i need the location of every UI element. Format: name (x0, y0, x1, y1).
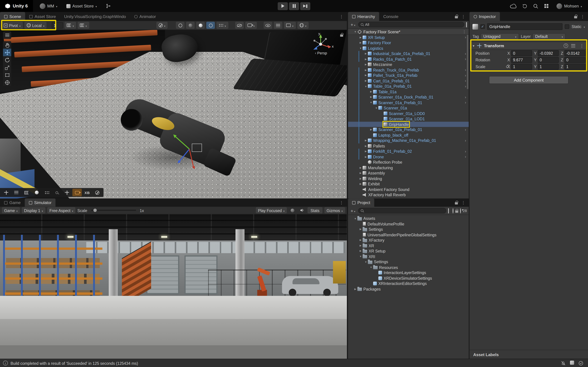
play-button[interactable] (278, 2, 288, 10)
expand-arrow-icon[interactable]: ▶ (358, 41, 363, 44)
hierarchy-row[interactable]: ▶ Manufacturing (348, 165, 469, 170)
x-value-field[interactable]: 0 (511, 50, 532, 56)
project-tree[interactable]: ▼ Assets DefaultVolumeProfile ▶ (348, 215, 469, 359)
project-row[interactable]: ▶ Packages (348, 286, 469, 292)
tab-game[interactable]: Game (0, 199, 25, 207)
camera-view-dropdown[interactable] (245, 22, 257, 29)
expand-arrow-icon[interactable]: ▶ (364, 150, 368, 153)
favorites-icon[interactable] (453, 209, 453, 213)
play-focused-dropdown[interactable]: Play Focused (256, 207, 287, 213)
y-value-field[interactable]: -0.0392 (538, 50, 559, 56)
tab-project[interactable]: Project (348, 199, 374, 207)
rect-tool[interactable] (3, 71, 11, 79)
expand-arrow-icon[interactable]: ▶ (358, 228, 363, 231)
hierarchy-row[interactable]: ▶ Welding (348, 176, 469, 181)
project-row[interactable]: ▼ XRI (348, 254, 469, 259)
level-icon[interactable] (12, 189, 21, 196)
prefab-open-chevron[interactable]: › (465, 100, 469, 104)
panel-menu-icon[interactable] (579, 14, 586, 19)
expand-arrow-icon[interactable]: ▶ (358, 177, 363, 180)
lock-icon[interactable] (455, 16, 458, 18)
object-name-field[interactable] (487, 23, 563, 30)
hierarchy-row[interactable]: XFactory Hall Reverb (348, 192, 469, 198)
y-value-field[interactable]: 0 (538, 57, 559, 63)
hierarchy-row[interactable]: ▶ Scanner_01a_Dock_Prefab_01 › (348, 94, 469, 100)
project-row[interactable]: ▼ Assets (348, 216, 469, 221)
prefab-open-chevron[interactable]: › (465, 155, 469, 159)
lock-icon[interactable] (574, 16, 577, 18)
version-control-branch-icon[interactable] (104, 2, 113, 10)
magnifier-icon[interactable] (52, 189, 61, 196)
expand-arrow-icon[interactable]: ▼ (353, 30, 357, 33)
hierarchy-row[interactable]: ▶ Drone › (348, 154, 469, 159)
z-value-field[interactable]: 0 (564, 57, 585, 63)
hierarchy-row[interactable]: ▼ Scanner_01a (348, 105, 469, 111)
expand-arrow-icon[interactable]: ▼ (369, 101, 373, 104)
project-row[interactable]: ▶ XFactory (348, 237, 469, 243)
prefab-open-chevron[interactable]: › (465, 84, 469, 88)
search-icon[interactable] (533, 3, 539, 9)
expand-arrow-icon[interactable]: ▶ (358, 183, 363, 185)
mute-audio-button[interactable] (298, 207, 306, 213)
tab-simulator[interactable]: Simulator (25, 199, 56, 207)
expand-arrow-icon[interactable]: ▶ (364, 79, 368, 83)
expand-arrow-icon[interactable]: ▶ (364, 155, 368, 158)
effects-dropdown[interactable] (216, 22, 228, 29)
prefab-open-chevron[interactable]: ⋮ (462, 30, 469, 34)
handle-orientation-dropdown[interactable]: Local (24, 22, 47, 29)
hierarchy-row[interactable]: Ambient Factory Sound (348, 187, 469, 192)
hierarchy-row[interactable]: ▶ Industrial_Scale_01a_Prefab_01 › (348, 51, 469, 56)
lighting-toggle[interactable] (196, 22, 205, 29)
help-icon[interactable] (564, 43, 568, 48)
grid-visibility-dropdown[interactable] (78, 22, 89, 29)
scene-effects-toggle[interactable] (206, 22, 215, 29)
static-checkbox[interactable] (565, 24, 569, 29)
active-checkbox[interactable] (480, 24, 485, 29)
prefab-open-chevron[interactable]: › (465, 149, 469, 153)
tab-console[interactable]: Console (379, 12, 402, 21)
expand-arrow-icon[interactable]: ▶ (353, 287, 357, 291)
hierarchy-row[interactable]: ▶ Scanner_02a_Prefab_01 › (348, 127, 469, 132)
user-menu[interactable]: Mohsen (554, 2, 584, 10)
panel-menu-icon[interactable] (460, 14, 467, 19)
panel-menu-icon[interactable] (338, 200, 345, 205)
gizmo-move-icon[interactable] (62, 189, 72, 196)
render-mode-dropdown[interactable] (284, 22, 296, 29)
expand-arrow-icon[interactable]: ▼ (364, 260, 368, 263)
hierarchy-tree[interactable]: ▼ Factory Floor Scene* ⋮ ▶ XR Setup › ▶ (348, 29, 469, 199)
tab-hierarchy[interactable]: Hierarchy (348, 12, 379, 21)
lock-icon[interactable] (455, 202, 458, 204)
orientation-gizmo[interactable]: y x Persp (306, 33, 336, 60)
project-row[interactable]: InteractionLayerSettings (348, 270, 469, 275)
hierarchy-row[interactable]: Laptop_black_off (348, 132, 469, 138)
game-viewport[interactable] (0, 214, 347, 359)
notifications-muted-icon[interactable] (561, 360, 566, 366)
hierarchy-row[interactable]: Scanner_01a_LOD0 (348, 111, 469, 116)
compass-icon[interactable] (93, 189, 102, 196)
expand-arrow-icon[interactable]: ▼ (364, 85, 368, 87)
tab-visual-scripting[interactable]: Unity.VisualScripting.GraphWindo (60, 12, 130, 21)
game-view-mode-dropdown[interactable]: Game (2, 207, 20, 213)
expand-arrow-icon[interactable]: ▼ (369, 266, 373, 268)
expand-arrow-icon[interactable]: ▶ (369, 96, 373, 99)
filter-by-type-icon[interactable] (448, 209, 449, 213)
hierarchy-row[interactable]: ▶ Wrapping_Machine_01a_Prefab_01 › (348, 138, 469, 143)
tab-animator[interactable]: Animator (130, 12, 160, 21)
sphere-overlay-icon[interactable] (32, 189, 41, 196)
hierarchy-row[interactable]: ▼ Table_01a_Prefab_01 › (348, 83, 469, 89)
hierarchy-row[interactable]: ▶ Reach_Truck_01a_Prefab › (348, 67, 469, 73)
panel-menu-icon[interactable] (338, 14, 345, 19)
step-button[interactable] (300, 2, 310, 10)
expand-arrow-icon[interactable]: ▶ (358, 239, 363, 242)
hierarchy-row[interactable]: ▶ Exhibit (348, 181, 469, 187)
expand-arrow-icon[interactable]: ▼ (353, 217, 357, 220)
expand-arrow-icon[interactable]: ▶ (364, 58, 368, 61)
foldout-arrow-icon[interactable]: ▼ (472, 44, 475, 47)
expand-arrow-icon[interactable]: ▶ (364, 52, 368, 55)
gizmos-dropdown[interactable] (297, 22, 309, 29)
project-search[interactable] (358, 208, 446, 213)
expand-arrow-icon[interactable]: ▶ (369, 128, 373, 131)
transform-gizmo[interactable] (0, 30, 347, 199)
grid-menu-icon[interactable] (544, 3, 549, 9)
expand-arrow-icon[interactable]: ▶ (364, 74, 368, 77)
